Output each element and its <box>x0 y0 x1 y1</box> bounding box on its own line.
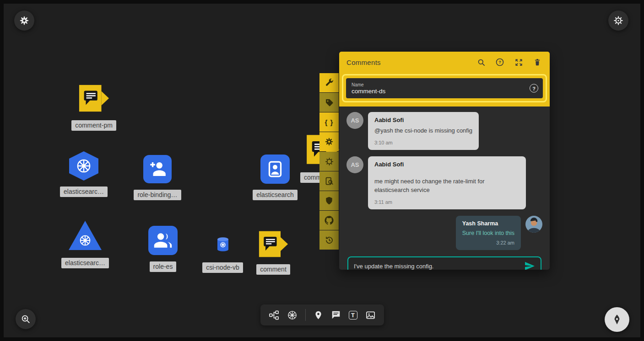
triangle-shape <box>69 221 102 250</box>
comment-node-icon <box>258 230 288 258</box>
node-csi-node-vb[interactable]: csi-node-vb <box>199 237 247 273</box>
node-label: comment <box>256 264 290 275</box>
comments-thread: AS Aabid Sofi @yash the csi-node is miss… <box>339 107 550 270</box>
help-icon: ? <box>495 58 504 67</box>
node-comment-pm[interactable]: comment-pm <box>68 84 119 131</box>
message-text: Sure I'll look into this <box>462 229 514 238</box>
pin-tool-button[interactable] <box>314 310 323 320</box>
message-item: Yash Sharma Sure I'll look into this 3:2… <box>346 216 542 250</box>
settings-button[interactable] <box>608 11 628 31</box>
comment-tool-button[interactable] <box>331 310 341 320</box>
name-section: Name ? <box>339 73 550 107</box>
tag-tool-button[interactable] <box>319 93 339 112</box>
gear-tool-button[interactable] <box>319 152 339 171</box>
flow-tool-button[interactable] <box>269 310 279 320</box>
zoom-button[interactable] <box>16 309 36 329</box>
node-label: comment-pm <box>71 120 116 131</box>
node-role-es[interactable]: role-es <box>140 226 186 272</box>
send-icon <box>524 261 535 270</box>
history-icon <box>325 235 334 245</box>
node-label: elasticsearc… <box>61 258 109 268</box>
svg-text:?: ? <box>498 60 501 64</box>
hexagon-shape <box>69 151 98 181</box>
role-binding-shape <box>143 155 172 183</box>
person-plus-icon <box>148 160 167 178</box>
braces-tool-button[interactable]: { } <box>319 112 339 132</box>
dock-divider <box>305 309 306 321</box>
comments-panel: Comments ? <box>339 52 550 270</box>
node-elasticsearch-hexagon[interactable]: elasticsearc… <box>61 151 107 197</box>
message-text: @yash the csi-node is missing config <box>374 126 472 135</box>
chat-message-input[interactable] <box>354 263 520 270</box>
message-author: Aabid Sofi <box>374 161 520 168</box>
kanvas-app: { "colors": { "accent_yellow": "#EBC017"… <box>0 0 644 341</box>
node-label: csi-node-vb <box>202 262 243 273</box>
kubernetes-wheel-icon <box>287 310 298 320</box>
kubernetes-wheel-icon <box>75 157 92 175</box>
node-label: role-es <box>150 261 177 272</box>
tag-icon <box>325 98 334 107</box>
name-field-label: Name <box>352 82 523 87</box>
pen-nib-icon <box>611 314 623 325</box>
node-elasticsearch-triangle[interactable]: elasticsearc… <box>62 221 108 268</box>
message-text: me might need to change the rate-limit f… <box>374 177 520 195</box>
image-icon <box>365 310 376 320</box>
github-tool-button[interactable] <box>319 211 339 230</box>
wrench-icon <box>325 78 334 88</box>
kubernetes-tool-button[interactable] <box>287 310 298 320</box>
flower-logo-icon <box>19 15 30 26</box>
node-comment[interactable]: comment <box>250 230 296 275</box>
search-button[interactable] <box>476 57 486 67</box>
chat-input-container[interactable] <box>347 256 541 270</box>
role-shape <box>148 226 178 255</box>
comment-icon <box>331 310 341 320</box>
node-role-binding[interactable]: role-binding… <box>132 155 183 200</box>
gear-icon <box>325 157 334 166</box>
component-toolbar: { } <box>319 73 339 250</box>
message-time: 3:22 am <box>462 240 514 245</box>
flower-icon <box>324 137 334 147</box>
flower-tool-button[interactable] <box>319 132 339 151</box>
comment-node-icon <box>78 84 109 113</box>
message-time: 3:11 am <box>374 199 520 205</box>
comments-panel-title: Comments <box>346 59 381 66</box>
wrench-tool-button[interactable] <box>319 73 339 92</box>
name-field[interactable]: Name ? <box>346 78 543 98</box>
message-bubble: Aabid Sofi me might need to change the r… <box>368 156 526 209</box>
flow-icon <box>269 310 279 320</box>
history-tool-button[interactable] <box>319 230 339 250</box>
comments-panel-header[interactable]: Comments ? <box>339 52 550 73</box>
help-button[interactable]: ? <box>495 57 505 67</box>
image-tool-button[interactable] <box>365 310 376 320</box>
name-field-highlight: Name ? <box>342 74 547 102</box>
message-time: 3:10 am <box>374 140 472 145</box>
node-elasticsearch[interactable]: elasticsearch <box>252 155 298 200</box>
gear-icon <box>613 15 624 26</box>
message-author: Aabid Sofi <box>374 117 472 123</box>
bottom-dock: T <box>260 304 384 325</box>
text-tool-button[interactable]: T <box>349 311 357 320</box>
shield-icon <box>325 196 334 205</box>
message-author: Yash Sharma <box>462 220 514 227</box>
kubernetes-wheel-icon <box>78 234 92 247</box>
pin-icon <box>314 310 323 320</box>
service-account-shape <box>260 155 290 184</box>
cylinder-icon <box>216 237 229 252</box>
shield-tool-button[interactable] <box>319 191 339 210</box>
search-icon <box>477 58 486 67</box>
doc-search-tool-button[interactable] <box>319 171 339 191</box>
expand-icon <box>514 58 523 67</box>
name-help-icon[interactable]: ? <box>530 84 538 93</box>
pen-tool-button[interactable] <box>605 307 629 332</box>
delete-button[interactable] <box>532 57 542 67</box>
avatar-photo <box>525 216 542 233</box>
avatar-initials: AS <box>346 112 363 129</box>
doc-search-icon <box>325 176 334 186</box>
avatar-initials: AS <box>346 156 363 173</box>
name-input[interactable] <box>352 88 523 95</box>
braces-icon: { } <box>325 118 334 126</box>
kanvas-logo-button[interactable] <box>14 11 34 31</box>
send-button[interactable] <box>524 261 535 270</box>
zoom-in-icon <box>21 314 31 324</box>
expand-button[interactable] <box>514 57 524 67</box>
